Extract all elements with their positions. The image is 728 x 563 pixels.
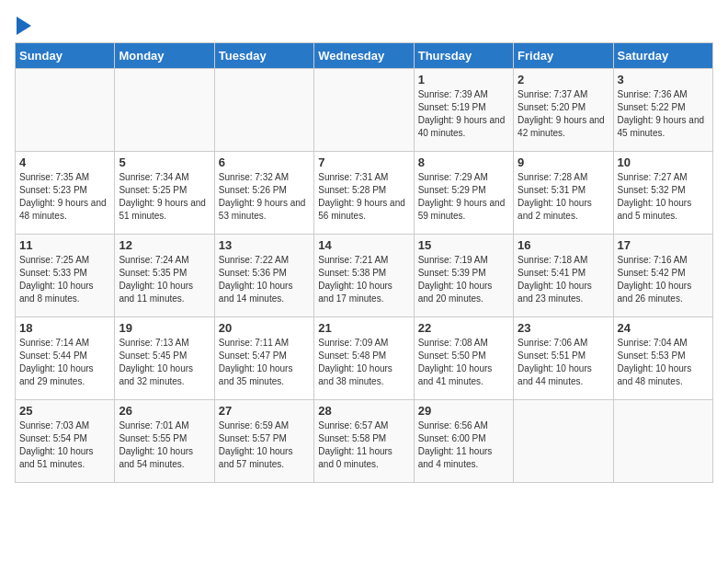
day-number: 29	[418, 404, 509, 418]
calendar-cell: 5Sunrise: 7:34 AMSunset: 5:25 PMDaylight…	[115, 152, 214, 235]
page-header	[15, 15, 713, 35]
calendar-cell: 10Sunrise: 7:27 AMSunset: 5:32 PMDayligh…	[613, 152, 712, 235]
day-header-friday: Friday	[514, 43, 613, 69]
calendar-cell: 7Sunrise: 7:31 AMSunset: 5:28 PMDaylight…	[314, 152, 414, 235]
day-info: Sunrise: 7:21 AMSunset: 5:38 PMDaylight:…	[318, 254, 409, 305]
calendar-cell: 18Sunrise: 7:14 AMSunset: 5:44 PMDayligh…	[16, 317, 115, 400]
day-number: 5	[119, 155, 210, 169]
calendar-header-row: SundayMondayTuesdayWednesdayThursdayFrid…	[16, 43, 713, 69]
calendar-week-row: 1Sunrise: 7:39 AMSunset: 5:19 PMDaylight…	[16, 69, 713, 152]
calendar-cell: 1Sunrise: 7:39 AMSunset: 5:19 PMDaylight…	[414, 69, 513, 152]
day-info: Sunrise: 7:01 AMSunset: 5:55 PMDaylight:…	[119, 419, 210, 471]
calendar-cell: 2Sunrise: 7:37 AMSunset: 5:20 PMDaylight…	[514, 69, 613, 152]
day-header-sunday: Sunday	[16, 43, 115, 69]
calendar-cell: 8Sunrise: 7:29 AMSunset: 5:29 PMDaylight…	[414, 152, 513, 235]
day-number: 9	[518, 155, 609, 169]
day-number: 21	[318, 321, 409, 335]
calendar-cell: 29Sunrise: 6:56 AMSunset: 6:00 PMDayligh…	[414, 400, 513, 483]
day-info: Sunrise: 7:11 AMSunset: 5:47 PMDaylight:…	[219, 337, 310, 388]
day-number: 2	[518, 73, 609, 86]
day-number: 10	[618, 155, 709, 169]
day-info: Sunrise: 7:24 AMSunset: 5:35 PMDaylight:…	[119, 254, 210, 305]
day-number: 22	[418, 321, 509, 335]
day-number: 7	[318, 155, 409, 169]
day-info: Sunrise: 7:03 AMSunset: 5:54 PMDaylight:…	[19, 419, 110, 471]
calendar-cell: 25Sunrise: 7:03 AMSunset: 5:54 PMDayligh…	[16, 400, 115, 483]
day-number: 13	[219, 238, 310, 252]
calendar-cell: 17Sunrise: 7:16 AMSunset: 5:42 PMDayligh…	[613, 235, 712, 317]
day-number: 23	[518, 321, 609, 335]
calendar-cell: 12Sunrise: 7:24 AMSunset: 5:35 PMDayligh…	[115, 235, 214, 317]
calendar-week-row: 4Sunrise: 7:35 AMSunset: 5:23 PMDaylight…	[16, 152, 713, 235]
day-number: 12	[119, 238, 210, 252]
day-header-saturday: Saturday	[613, 43, 712, 69]
calendar-cell: 28Sunrise: 6:57 AMSunset: 5:58 PMDayligh…	[314, 400, 414, 483]
day-info: Sunrise: 7:18 AMSunset: 5:41 PMDaylight:…	[518, 254, 609, 305]
day-header-thursday: Thursday	[414, 43, 513, 69]
day-info: Sunrise: 7:19 AMSunset: 5:39 PMDaylight:…	[418, 254, 509, 305]
calendar-cell	[314, 69, 414, 152]
day-header-monday: Monday	[115, 43, 214, 69]
calendar-cell: 15Sunrise: 7:19 AMSunset: 5:39 PMDayligh…	[414, 235, 513, 317]
day-info: Sunrise: 7:27 AMSunset: 5:32 PMDaylight:…	[618, 171, 709, 223]
day-number: 6	[219, 155, 310, 169]
calendar-cell: 27Sunrise: 6:59 AMSunset: 5:57 PMDayligh…	[214, 400, 313, 483]
calendar-cell: 3Sunrise: 7:36 AMSunset: 5:22 PMDaylight…	[613, 69, 712, 152]
calendar-week-row: 25Sunrise: 7:03 AMSunset: 5:54 PMDayligh…	[16, 400, 713, 483]
day-number: 3	[618, 73, 709, 86]
day-number: 14	[318, 238, 409, 252]
calendar-cell: 22Sunrise: 7:08 AMSunset: 5:50 PMDayligh…	[414, 317, 513, 400]
day-info: Sunrise: 7:31 AMSunset: 5:28 PMDaylight:…	[318, 171, 409, 223]
day-info: Sunrise: 7:22 AMSunset: 5:36 PMDaylight:…	[219, 254, 310, 305]
calendar-cell: 20Sunrise: 7:11 AMSunset: 5:47 PMDayligh…	[214, 317, 313, 400]
calendar-cell: 23Sunrise: 7:06 AMSunset: 5:51 PMDayligh…	[514, 317, 613, 400]
calendar-cell: 9Sunrise: 7:28 AMSunset: 5:31 PMDaylight…	[514, 152, 613, 235]
day-number: 19	[119, 321, 210, 335]
day-info: Sunrise: 7:16 AMSunset: 5:42 PMDaylight:…	[618, 254, 709, 305]
day-info: Sunrise: 7:09 AMSunset: 5:48 PMDaylight:…	[318, 337, 409, 388]
day-number: 20	[219, 321, 310, 335]
calendar-cell: 21Sunrise: 7:09 AMSunset: 5:48 PMDayligh…	[314, 317, 414, 400]
calendar-cell: 6Sunrise: 7:32 AMSunset: 5:26 PMDaylight…	[214, 152, 313, 235]
calendar-week-row: 11Sunrise: 7:25 AMSunset: 5:33 PMDayligh…	[16, 235, 713, 317]
day-number: 17	[618, 238, 709, 252]
day-info: Sunrise: 7:25 AMSunset: 5:33 PMDaylight:…	[19, 254, 110, 305]
day-info: Sunrise: 7:39 AMSunset: 5:19 PMDaylight:…	[418, 88, 509, 140]
day-info: Sunrise: 7:28 AMSunset: 5:31 PMDaylight:…	[518, 171, 609, 223]
day-header-wednesday: Wednesday	[314, 43, 414, 69]
calendar-cell	[16, 69, 115, 152]
day-number: 1	[418, 73, 509, 86]
calendar-week-row: 18Sunrise: 7:14 AMSunset: 5:44 PMDayligh…	[16, 317, 713, 400]
day-number: 11	[19, 238, 110, 252]
calendar-cell	[115, 69, 214, 152]
day-number: 4	[19, 155, 110, 169]
calendar-cell	[214, 69, 313, 152]
day-info: Sunrise: 7:34 AMSunset: 5:25 PMDaylight:…	[119, 171, 210, 223]
day-info: Sunrise: 6:59 AMSunset: 5:57 PMDaylight:…	[219, 419, 310, 471]
calendar-cell: 24Sunrise: 7:04 AMSunset: 5:53 PMDayligh…	[613, 317, 712, 400]
calendar-cell: 19Sunrise: 7:13 AMSunset: 5:45 PMDayligh…	[115, 317, 214, 400]
day-info: Sunrise: 7:06 AMSunset: 5:51 PMDaylight:…	[518, 337, 609, 388]
day-number: 28	[318, 404, 409, 418]
day-info: Sunrise: 6:56 AMSunset: 6:00 PMDaylight:…	[418, 419, 509, 471]
day-number: 27	[219, 404, 310, 418]
calendar-cell: 14Sunrise: 7:21 AMSunset: 5:38 PMDayligh…	[314, 235, 414, 317]
calendar-cell: 4Sunrise: 7:35 AMSunset: 5:23 PMDaylight…	[16, 152, 115, 235]
day-number: 24	[618, 321, 709, 335]
calendar-cell	[613, 400, 712, 483]
day-number: 25	[19, 404, 110, 418]
day-info: Sunrise: 7:14 AMSunset: 5:44 PMDaylight:…	[19, 337, 110, 388]
day-number: 15	[418, 238, 509, 252]
calendar-cell: 16Sunrise: 7:18 AMSunset: 5:41 PMDayligh…	[514, 235, 613, 317]
day-info: Sunrise: 7:04 AMSunset: 5:53 PMDaylight:…	[618, 337, 709, 388]
day-info: Sunrise: 7:29 AMSunset: 5:29 PMDaylight:…	[418, 171, 509, 223]
day-info: Sunrise: 7:37 AMSunset: 5:20 PMDaylight:…	[518, 88, 609, 140]
day-info: Sunrise: 7:08 AMSunset: 5:50 PMDaylight:…	[418, 337, 509, 388]
day-info: Sunrise: 7:13 AMSunset: 5:45 PMDaylight:…	[119, 337, 210, 388]
calendar-cell: 26Sunrise: 7:01 AMSunset: 5:55 PMDayligh…	[115, 400, 214, 483]
calendar-cell: 11Sunrise: 7:25 AMSunset: 5:33 PMDayligh…	[16, 235, 115, 317]
calendar-table: SundayMondayTuesdayWednesdayThursdayFrid…	[15, 42, 713, 483]
day-header-tuesday: Tuesday	[214, 43, 313, 69]
calendar-cell	[514, 400, 613, 483]
day-info: Sunrise: 6:57 AMSunset: 5:58 PMDaylight:…	[318, 419, 409, 471]
